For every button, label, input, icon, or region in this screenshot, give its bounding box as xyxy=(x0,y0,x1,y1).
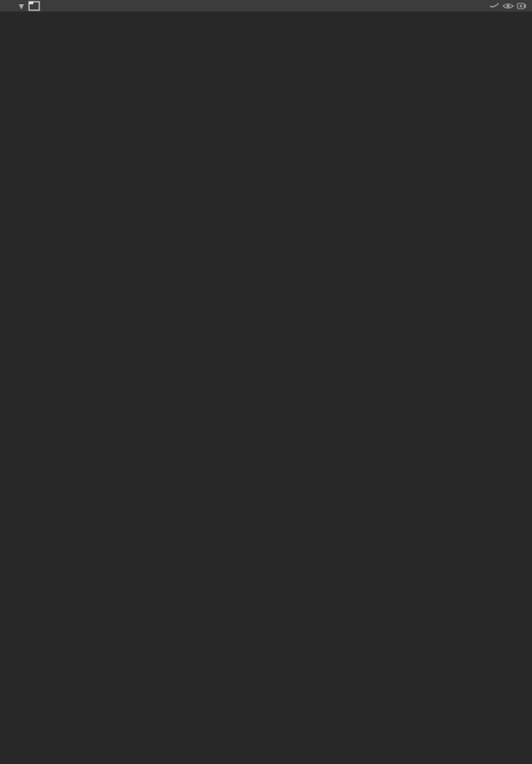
outliner-panel: ▾ xyxy=(0,0,532,764)
render-camera-icon[interactable] xyxy=(515,0,529,13)
svg-rect-5 xyxy=(524,4,526,8)
disclosure-icon[interactable]: ▾ xyxy=(15,0,27,12)
outliner-header: ▾ xyxy=(0,0,532,12)
viewport-eye-icon[interactable] xyxy=(501,0,515,13)
svg-rect-1 xyxy=(29,2,33,4)
collection-icon xyxy=(27,0,41,13)
svg-point-2 xyxy=(506,4,510,8)
exclude-toggle[interactable] xyxy=(488,0,501,13)
svg-point-4 xyxy=(520,4,523,7)
